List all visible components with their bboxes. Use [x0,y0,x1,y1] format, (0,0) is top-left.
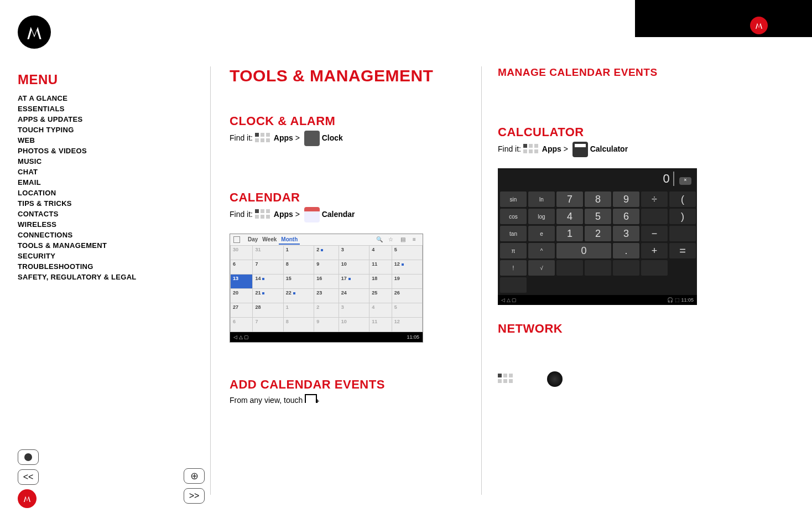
calendar-cell[interactable]: 8 [283,260,314,274]
menu-item-tools-management[interactable]: TOOLS & MANAGEMENT [18,240,184,251]
key-3[interactable]: 3 [613,226,639,241]
menu-item-safety-regulatory-legal[interactable]: SAFETY, REGULATORY & LEGAL [18,272,184,282]
prev-button[interactable]: << [18,469,39,485]
calendar-cell[interactable]: 25 [369,288,392,303]
menu-item-location[interactable]: LOCATION [18,188,184,198]
today-icon[interactable]: ☆ [388,236,395,243]
key-=[interactable]: = [669,243,696,258]
calendar-cell[interactable]: 1 [283,303,314,317]
calendar-cell[interactable]: 2 [314,303,339,317]
calendar-cell[interactable]: 22 [283,288,314,303]
key-e[interactable]: e [528,226,555,241]
key-√[interactable]: √ [528,260,555,276]
calendar-cell[interactable]: 23 [314,288,339,303]
menu-item-connections[interactable]: CONNECTIONS [18,230,184,240]
key-8[interactable]: 8 [585,191,611,207]
menu-item-security[interactable]: SECURITY [18,251,184,261]
key-cos[interactable]: cos [500,209,527,224]
menu-item-troubleshooting[interactable]: TROUBLESHOOTING [18,261,184,272]
calendar-cell[interactable]: 19 [392,274,422,288]
calendar-cell[interactable]: 8 [283,317,314,332]
menu-item-apps-updates[interactable]: APPS & UPDATES [18,114,184,125]
key-0[interactable]: 0 [556,243,611,258]
menu-item-email[interactable]: EMAIL [18,177,184,188]
calendar-cell[interactable]: 11 [369,317,392,332]
key-7[interactable]: 7 [556,191,583,207]
menu-item-at-a-glance[interactable]: AT A GLANCE [18,93,184,103]
backspace-icon[interactable]: × [679,177,691,185]
menu-item-web[interactable]: WEB [18,135,184,146]
calendar-cell[interactable]: 3 [339,245,369,260]
calendar-cell[interactable]: 9 [314,317,339,332]
key-2[interactable]: 2 [585,226,611,241]
key-5[interactable]: 5 [585,209,611,224]
menu-item-tips-tricks[interactable]: TIPS & TRICKS [18,198,184,209]
calendar-cell[interactable]: 10 [339,260,369,274]
calendar-cell[interactable]: 12 [392,317,422,332]
calendar-cell[interactable]: 28 [253,303,283,317]
menu-item-music[interactable]: MUSIC [18,156,184,167]
calendar-cell[interactable]: 18 [369,274,392,288]
key-4[interactable]: 4 [556,209,583,224]
key-π[interactable]: π [500,243,527,258]
new-event-icon[interactable]: ▤ [400,236,407,243]
menu-item-photos-videos[interactable]: PHOTOS & VIDEOS [18,146,184,156]
key-log[interactable]: log [528,209,555,224]
key-−[interactable]: − [641,226,668,241]
key-([interactable]: ( [669,191,696,207]
calendar-cell[interactable]: 2 [314,245,339,260]
calendar-cell[interactable]: 5 [392,303,422,317]
calendar-cell[interactable]: 26 [392,288,422,303]
home-button[interactable] [18,449,39,465]
menu-item-touch-typing[interactable]: TOUCH TYPING [18,125,184,135]
key-)[interactable]: ) [669,209,696,224]
calendar-cell[interactable]: 20 [231,288,253,303]
calendar-cell[interactable]: 13 [231,274,253,288]
key-÷[interactable]: ÷ [641,191,668,207]
key-9[interactable]: 9 [613,191,639,207]
calendar-cell[interactable]: 11 [369,260,392,274]
calendar-cell[interactable]: 7 [253,260,283,274]
calendar-cell[interactable]: 5 [392,245,422,260]
key-![interactable]: ! [500,260,527,276]
calendar-cell[interactable]: 6 [231,317,253,332]
calendar-cell[interactable]: 17 [339,274,369,288]
more-button[interactable] [184,468,205,484]
key-ln[interactable]: ln [528,191,555,207]
calendar-cell[interactable]: 16 [314,274,339,288]
menu-item-wireless[interactable]: WIRELESS [18,219,184,230]
calendar-cell[interactable]: 27 [231,303,253,317]
calendar-cell[interactable]: 12 [392,260,422,274]
tab-week[interactable]: Week [260,235,279,244]
key-+[interactable]: + [641,243,668,258]
tab-day[interactable]: Day [246,235,260,244]
next-button[interactable]: >> [184,488,205,504]
menu-item-essentials[interactable]: ESSENTIALS [18,103,184,114]
calendar-cell[interactable]: 4 [369,245,392,260]
key-^[interactable]: ^ [528,243,555,258]
calendar-cell[interactable]: 30 [231,245,253,260]
calendar-cell[interactable]: 3 [339,303,369,317]
calendar-cell[interactable]: 1 [283,245,314,260]
calendar-cell[interactable]: 14 [253,274,283,288]
calendar-cell[interactable]: 4 [369,303,392,317]
calendar-cell[interactable]: 6 [231,260,253,274]
apps-icon [255,209,272,220]
calendar-cell[interactable]: 15 [283,274,314,288]
menu-item-contacts[interactable]: CONTACTS [18,209,184,219]
key-tan[interactable]: tan [500,226,527,241]
tab-month[interactable]: Month [279,235,300,245]
key-.[interactable]: . [613,243,639,258]
search-icon[interactable]: 🔍 [376,236,383,243]
calendar-cell[interactable]: 21 [253,288,283,303]
key-sin[interactable]: sin [500,191,527,207]
key-1[interactable]: 1 [556,226,583,241]
calendar-cell[interactable]: 10 [339,317,369,332]
calendar-cell[interactable]: 31 [253,245,283,260]
menu-icon[interactable]: ≡ [413,236,419,243]
key-6[interactable]: 6 [613,209,639,224]
calendar-cell[interactable]: 7 [253,317,283,332]
calendar-cell[interactable]: 9 [314,260,339,274]
calendar-cell[interactable]: 24 [339,288,369,303]
menu-item-chat[interactable]: CHAT [18,167,184,177]
